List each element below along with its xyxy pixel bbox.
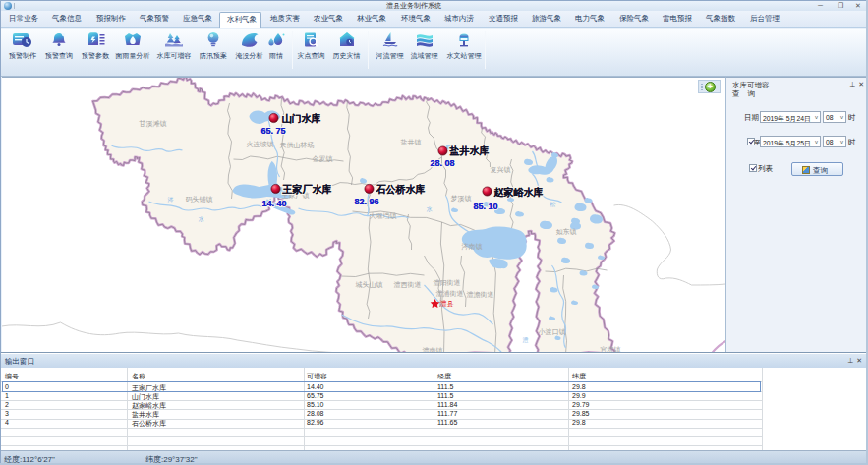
- svg-text:涔南镇: 涔南镇: [462, 243, 483, 251]
- svg-text:如东镇: 如东镇: [556, 228, 577, 236]
- svg-text:澧阳街道: 澧阳街道: [434, 279, 461, 287]
- svg-text:盐井镇: 盐井镇: [401, 139, 422, 146]
- svg-text:大堰垱镇: 大堰垱镇: [370, 212, 397, 220]
- svg-text:火连坡镇: 火连坡镇: [247, 141, 274, 148]
- svg-text:城头山镇: 城头山镇: [355, 281, 383, 289]
- svg-text:盐井水库: 盐井水库: [449, 145, 490, 156]
- svg-text:水: 水: [427, 206, 433, 212]
- svg-text:82. 96: 82. 96: [355, 197, 379, 206]
- svg-text:澧西街道: 澧西街道: [394, 281, 422, 289]
- svg-text:码头铺镇: 码头铺镇: [186, 196, 213, 203]
- svg-text:石公桥水库: 石公桥水库: [376, 184, 426, 195]
- svg-text:28. 08: 28. 08: [431, 158, 455, 168]
- svg-text:梦溪镇: 梦溪镇: [451, 195, 472, 203]
- svg-text:金罗镇: 金罗镇: [313, 155, 333, 163]
- svg-text:澧浦街道: 澧浦街道: [436, 290, 464, 298]
- svg-text:澧: 澧: [523, 337, 529, 343]
- svg-text:涔: 涔: [168, 197, 174, 203]
- svg-text:澧县: 澧县: [440, 300, 454, 307]
- svg-text:澧澹街道: 澧澹街道: [467, 291, 494, 299]
- svg-text:14. 40: 14. 40: [262, 199, 287, 208]
- svg-text:赵家峪水库: 赵家峪水库: [493, 187, 544, 198]
- svg-text:松: 松: [550, 202, 556, 207]
- svg-text:王家厂水库: 王家厂水库: [282, 184, 332, 195]
- svg-text:小渡口镇: 小渡口镇: [539, 328, 566, 336]
- svg-text:甘溪滩镇: 甘溪滩镇: [139, 120, 167, 128]
- svg-text:复兴镇: 复兴镇: [491, 166, 511, 174]
- svg-text:85. 10: 85. 10: [474, 202, 498, 211]
- svg-text:山门水库: 山门水库: [282, 113, 321, 124]
- svg-text:65. 75: 65. 75: [261, 126, 286, 136]
- svg-text:水: 水: [199, 216, 204, 222]
- svg-text:天供山林场: 天供山林场: [280, 142, 315, 149]
